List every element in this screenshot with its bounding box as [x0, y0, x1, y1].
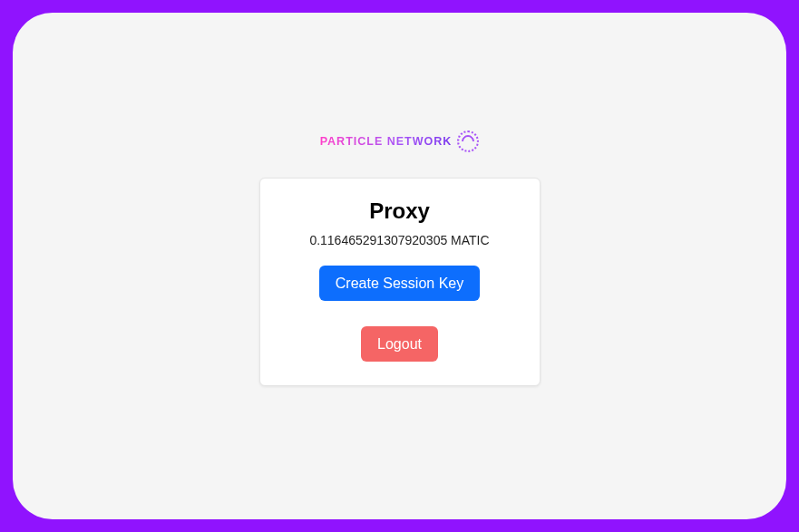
brand-logo-icon — [457, 131, 479, 152]
create-session-button[interactable]: Create Session Key — [319, 266, 480, 301]
logout-button[interactable]: Logout — [361, 326, 438, 362]
card-title: Proxy — [278, 198, 521, 224]
balance-display: 0.116465291307920305 MATIC — [278, 233, 521, 247]
brand-logo: PARTICLE NETWORK — [320, 131, 480, 152]
proxy-card: Proxy 0.116465291307920305 MATIC Create … — [259, 178, 541, 386]
app-frame: PARTICLE NETWORK Proxy 0.116465291307920… — [13, 13, 786, 519]
brand-logo-text: PARTICLE NETWORK — [320, 135, 453, 148]
